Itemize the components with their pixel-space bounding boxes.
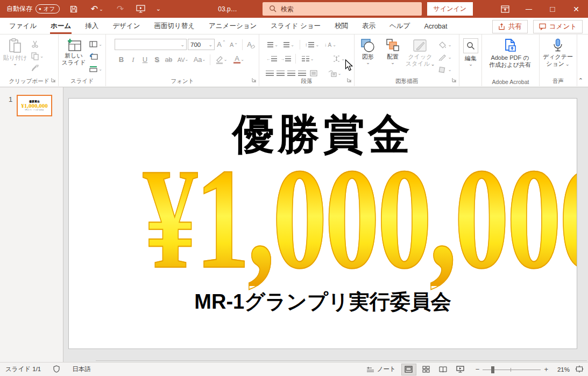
tab-help[interactable]: ヘルプ — [382, 18, 417, 34]
font-size-chevron[interactable]: ⌄ — [207, 42, 214, 47]
reading-view-icon — [439, 366, 447, 373]
accessibility-checker-button[interactable] — [53, 365, 60, 374]
ribbon-tabs-row: ファイル ホーム 挿入 デザイン 画面切り替え アニメーション スライド ショー… — [0, 18, 588, 34]
slide-indicator[interactable]: スライド 1/1 — [5, 365, 41, 373]
slide-sorter-view-button[interactable] — [419, 364, 434, 375]
increase-indent-button: → — [280, 53, 292, 64]
group-acrobat: Adobe PDF の 作成および共有 Adobe Acrobat — [481, 34, 539, 86]
document-title: 03.p… — [218, 5, 237, 13]
new-slide-button[interactable]: 新しい スライド — [60, 37, 88, 74]
autosave-label: 自動保存 — [6, 4, 32, 13]
tab-design[interactable]: デザイン — [105, 18, 147, 34]
font-group-label: フォント — [106, 78, 259, 85]
tab-file[interactable]: ファイル — [2, 18, 44, 34]
comments-button[interactable]: コメント — [533, 20, 583, 33]
text-direction-button: ↓A⌄ — [322, 39, 338, 50]
language-indicator[interactable]: 日本語 — [72, 365, 91, 373]
slide-prize-text[interactable]: ¥1,000,000 — [143, 151, 577, 286]
slide-editing-canvas[interactable]: 優勝賞金 ¥1,000,000 MR-1グランプリ実行委員会 — [63, 87, 588, 362]
italic-button: I — [127, 54, 139, 65]
qat-customize-chevron[interactable]: ⌄ — [154, 5, 162, 12]
tab-transitions[interactable]: 画面切り替え — [147, 18, 202, 34]
new-slide-label-1: 新しい — [65, 52, 83, 59]
signin-button[interactable]: サインイン — [427, 2, 473, 16]
normal-view-icon — [405, 366, 413, 373]
close-button[interactable]: ✕ — [564, 0, 588, 18]
shapes-button[interactable]: 図形 ⌄ — [356, 37, 380, 75]
autosave-toggle[interactable]: ● オフ — [36, 4, 60, 13]
slide-thumbnail[interactable]: 優勝賞金 ¥1,000,000 MR-1グランプリ実行委員会 — [17, 95, 52, 116]
collapse-ribbon-button[interactable]: ⌃ — [578, 77, 583, 84]
adobe-pdf-icon — [503, 38, 517, 54]
dictate-button[interactable]: ディクテー ション⌄ — [541, 37, 575, 67]
arrange-chevron: ⌄ — [391, 60, 395, 65]
ribbon-end: ⌃ — [577, 34, 588, 86]
prize-wrap: ¥1,000,000 — [69, 151, 577, 286]
slide[interactable]: 優勝賞金 ¥1,000,000 MR-1グランプリ実行委員会 — [68, 98, 577, 349]
paragraph-dialog-launcher[interactable] — [347, 75, 352, 85]
paragraph-group-label: 段落 — [259, 78, 354, 85]
zoom-slider-thumb[interactable] — [491, 366, 494, 373]
group-voice: ディクテー ション⌄ 音声 — [539, 34, 577, 86]
minimize-button[interactable]: — — [517, 0, 541, 18]
save-button[interactable] — [67, 3, 80, 16]
toggle-dot-icon: ● — [39, 7, 41, 11]
zoom-slider[interactable] — [483, 366, 541, 373]
fit-slide-button[interactable] — [575, 365, 584, 374]
comment-icon — [539, 23, 546, 30]
quick-styles-button: クイック スタイル⌄ — [405, 37, 435, 75]
search-input[interactable] — [281, 5, 399, 13]
tab-view[interactable]: 表示 — [355, 18, 382, 34]
font-name-combo[interactable]: ⌄ — [115, 39, 187, 50]
tab-animations[interactable]: アニメーション — [202, 18, 264, 34]
tab-slideshow[interactable]: スライド ショー — [264, 18, 328, 34]
start-slideshow-button[interactable] — [134, 3, 147, 16]
reading-view-button[interactable] — [436, 364, 451, 375]
comments-label: コメント — [549, 22, 577, 31]
shapes-chevron: ⌄ — [366, 60, 370, 65]
editing-chevron: ⌄ — [469, 62, 473, 66]
maximize-button[interactable]: □ — [541, 0, 564, 18]
numbering-button: ⌄ — [282, 39, 296, 50]
font-name-input[interactable] — [115, 41, 179, 48]
undo-dropdown-chevron[interactable]: ⌄ — [99, 6, 103, 12]
clipboard-dialog-launcher[interactable] — [51, 75, 56, 85]
section-button[interactable]: ⌄ — [88, 64, 104, 74]
drawing-group-label: 図形描画 — [355, 78, 459, 85]
new-slide-label-2: スライド — [61, 59, 86, 66]
dictate-label-1: ディクテー — [543, 53, 573, 60]
arrange-button[interactable]: 配置 ⌄ — [380, 37, 405, 75]
font-size-combo[interactable]: ⌄ — [188, 39, 215, 50]
drawing-dialog-launcher[interactable] — [452, 75, 457, 85]
notes-button[interactable]: ノート — [363, 363, 399, 376]
reset-slide-button[interactable] — [88, 51, 100, 62]
share-label: 共有 — [508, 22, 522, 31]
zoom-level[interactable]: 21% — [551, 366, 570, 373]
tab-review[interactable]: 校閲 — [328, 18, 355, 34]
create-pdf-button[interactable]: Adobe PDF の 作成および共有 — [483, 37, 537, 68]
tab-insert[interactable]: 挿入 — [78, 18, 105, 34]
autosave-control[interactable]: 自動保存 ● オフ — [6, 4, 60, 13]
zoom-out-button[interactable]: − — [476, 365, 480, 373]
font-name-chevron[interactable]: ⌄ — [179, 42, 186, 47]
font-size-input[interactable] — [188, 41, 207, 48]
slide-thumbnail-panel[interactable]: 1 優勝賞金 ¥1,000,000 MR-1グランプリ実行委員会 — [0, 87, 63, 362]
undo-button[interactable]: ↶ ⌄ — [88, 3, 106, 16]
layout-button[interactable]: ⌄ — [88, 39, 104, 50]
tab-home[interactable]: ホーム — [44, 18, 78, 34]
font-dialog-launcher[interactable] — [252, 75, 257, 85]
tab-acrobat[interactable]: Acrobat — [417, 19, 454, 33]
justify-button — [298, 71, 306, 76]
smartart-icon — [328, 70, 337, 77]
slideshow-view-icon — [456, 366, 464, 373]
slideshow-view-button[interactable] — [453, 364, 468, 375]
horizontal-scrollbar[interactable] — [96, 360, 587, 361]
zoom-in-button[interactable]: + — [544, 365, 548, 373]
share-button[interactable]: 共有 — [492, 20, 528, 33]
group-slides: 新しい スライド ⌄ ⌄ スライド — [58, 34, 105, 86]
ribbon-display-options-button[interactable] — [493, 0, 517, 18]
editing-button[interactable]: 編集 ⌄ — [461, 37, 481, 66]
search-box[interactable] — [263, 2, 422, 16]
search-icon — [269, 5, 277, 12]
normal-view-button[interactable] — [401, 364, 416, 375]
